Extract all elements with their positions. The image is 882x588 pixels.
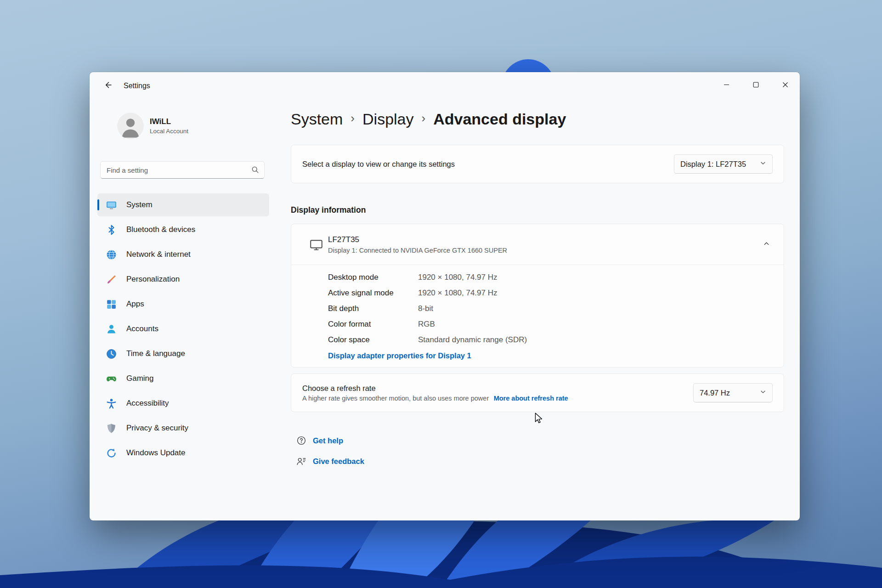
update-arrows-icon: [106, 447, 117, 459]
display-info-header-row[interactable]: LF27T35 Display 1: Connected to NVIDIA G…: [291, 224, 784, 265]
breadcrumb-chevron-icon: ›: [351, 111, 355, 127]
search-box: [100, 161, 265, 179]
clock-icon: [106, 348, 117, 360]
sidebar-item-label: System: [126, 200, 153, 209]
sidebar-item-label: Gaming: [126, 374, 154, 383]
refresh-rate-value: 74.97 Hz: [700, 389, 730, 397]
chevron-down-icon: [760, 389, 766, 397]
gamepad-icon: [106, 373, 117, 384]
caption-controls: [712, 72, 800, 99]
bluetooth-icon: [106, 224, 117, 236]
property-row-color-space: Color space Standard dynamic range (SDR): [328, 332, 773, 348]
sidebar-item-label: Apps: [126, 300, 144, 309]
monitor-subtitle: Display 1: Connected to NVIDIA GeForce G…: [328, 246, 507, 255]
property-label: Desktop mode: [328, 270, 418, 285]
sidebar-item-accounts[interactable]: Accounts: [97, 317, 269, 340]
property-row-active-signal-mode: Active signal mode 1920 × 1080, 74.97 Hz: [328, 285, 773, 301]
property-value: 8-bit: [418, 301, 773, 317]
get-help-link[interactable]: Get help: [313, 436, 343, 445]
give-feedback-icon: [296, 456, 306, 466]
monitor-icon: [309, 237, 323, 252]
refresh-rate-subtitle: A higher rate gives smoother motion, but…: [302, 395, 489, 402]
sidebar-item-label: Bluetooth & devices: [126, 225, 195, 234]
search-input[interactable]: [100, 161, 265, 179]
accessibility-person-icon: [106, 398, 117, 409]
sidebar-item-label: Accessibility: [126, 399, 169, 408]
collapse-button[interactable]: [757, 235, 775, 254]
display-info-title-block: LF27T35 Display 1: Connected to NVIDIA G…: [328, 234, 507, 255]
selected-indicator: [97, 199, 99, 210]
network-globe-icon: [106, 249, 117, 260]
chevron-up-icon: [763, 240, 770, 249]
sidebar-item-bluetooth-devices[interactable]: Bluetooth & devices: [97, 218, 269, 241]
accounts-person-icon: [106, 323, 117, 335]
property-row-bit-depth: Bit depth 8-bit: [328, 301, 773, 317]
close-button[interactable]: [770, 72, 800, 99]
sidebar-item-time-language[interactable]: Time & language: [97, 342, 269, 365]
display-information-header: Display information: [291, 204, 784, 215]
monitor-name: LF27T35: [328, 235, 507, 245]
property-value: 1920 × 1080, 74.97 Hz: [418, 285, 773, 301]
user-text: IWiLL Local Account: [150, 117, 188, 135]
property-label: Color format: [328, 317, 418, 332]
refresh-rate-dropdown[interactable]: 74.97 Hz: [693, 383, 773, 402]
sidebar-nav: System Bluetooth & devices Network & int…: [97, 193, 269, 464]
property-row-desktop-mode: Desktop mode 1920 × 1080, 74.97 Hz: [328, 270, 773, 285]
minimize-button[interactable]: [712, 72, 741, 99]
sidebar-item-label: Network & internet: [126, 250, 191, 259]
desktop: { "colors": { "accent": "#0067c0", "bloo…: [0, 0, 882, 588]
give-feedback-row: Give feedback: [291, 455, 784, 467]
property-label: Active signal mode: [328, 285, 418, 301]
sidebar-item-privacy-security[interactable]: Privacy & security: [97, 417, 269, 440]
user-name: IWiLL: [150, 117, 188, 126]
display-adapter-properties-link[interactable]: Display adapter properties for Display 1: [328, 348, 471, 363]
get-help-icon: [296, 435, 306, 446]
breadcrumb-display[interactable]: Display: [362, 110, 413, 128]
property-row-color-format: Color format RGB: [328, 317, 773, 332]
settings-window: Settings IWiLL Local Account: [90, 72, 800, 520]
back-arrow-icon: [104, 80, 113, 91]
sidebar-item-label: Time & language: [126, 349, 185, 358]
sidebar-item-gaming[interactable]: Gaming: [97, 367, 269, 390]
breadcrumb-chevron-icon: ›: [422, 111, 426, 127]
page-title: Advanced display: [433, 110, 566, 128]
avatar: [117, 113, 144, 139]
sidebar-item-label: Accounts: [126, 324, 158, 334]
chevron-down-icon: [760, 160, 766, 168]
back-button[interactable]: [100, 78, 117, 94]
refresh-rate-card: Choose a refresh rate A higher rate give…: [291, 373, 784, 412]
sidebar-item-network-internet[interactable]: Network & internet: [97, 243, 269, 266]
refresh-rate-title: Choose a refresh rate: [302, 383, 568, 394]
display-information-card: LF27T35 Display 1: Connected to NVIDIA G…: [291, 224, 784, 368]
property-label: Bit depth: [328, 301, 418, 317]
sidebar-item-windows-update[interactable]: Windows Update: [97, 441, 269, 464]
window-body: IWiLL Local Account System: [90, 100, 800, 520]
apps-grid-icon: [106, 299, 117, 310]
property-value: Standard dynamic range (SDR): [418, 332, 773, 348]
property-value: RGB: [418, 317, 773, 332]
user-account-card[interactable]: IWiLL Local Account: [117, 113, 276, 139]
display-properties: Desktop mode 1920 × 1080, 74.97 Hz Activ…: [291, 265, 784, 367]
display-select-value: Display 1: LF27T35: [680, 160, 746, 169]
sidebar-item-label: Privacy & security: [126, 424, 188, 433]
shield-icon: [106, 423, 117, 434]
get-help-row: Get help: [291, 435, 784, 447]
breadcrumb-system[interactable]: System: [291, 110, 343, 128]
sidebar-item-personalization[interactable]: Personalization: [97, 268, 269, 291]
sidebar-item-label: Windows Update: [126, 448, 186, 458]
sidebar-item-apps[interactable]: Apps: [97, 293, 269, 316]
personalization-brush-icon: [106, 274, 117, 285]
window-title: Settings: [124, 82, 150, 90]
sidebar-item-system[interactable]: System: [97, 193, 269, 216]
minimize-icon: [724, 81, 729, 90]
maximize-button[interactable]: [741, 72, 770, 99]
user-account-type: Local Account: [150, 128, 188, 135]
give-feedback-link[interactable]: Give feedback: [313, 457, 364, 466]
more-about-refresh-rate-link[interactable]: More about refresh rate: [494, 395, 568, 402]
sidebar-item-accessibility[interactable]: Accessibility: [97, 392, 269, 415]
property-value: 1920 × 1080, 74.97 Hz: [418, 270, 773, 285]
refresh-rate-subtitle-row: A higher rate gives smoother motion, but…: [302, 394, 568, 403]
sidebar-item-label: Personalization: [126, 275, 180, 284]
sidebar: IWiLL Local Account System: [90, 100, 276, 520]
display-select-dropdown[interactable]: Display 1: LF27T35: [674, 154, 773, 174]
